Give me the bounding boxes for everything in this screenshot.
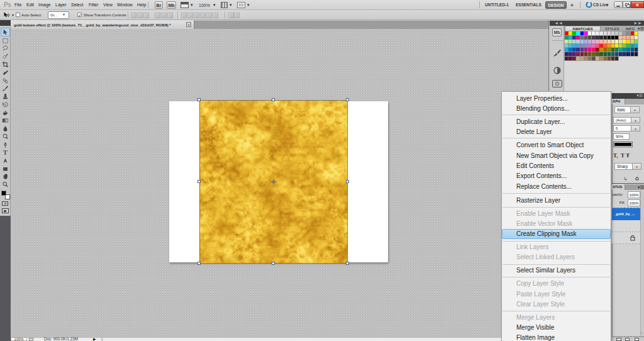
svg-text:T: T xyxy=(3,149,8,156)
